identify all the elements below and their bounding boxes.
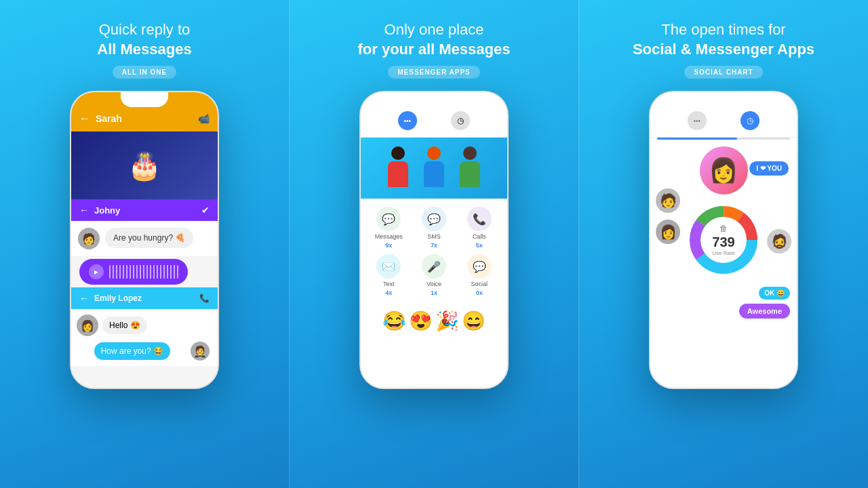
emoji-crying-laugh: 😂 xyxy=(382,310,406,332)
person-icon-1 xyxy=(383,146,414,190)
donut-center: 🗑 739 Use Rate xyxy=(712,224,734,256)
voice-icon: 🎤 xyxy=(422,254,446,279)
panel3-title: The open times for Social & Messenger Ap… xyxy=(633,20,814,59)
social-label: Social xyxy=(471,281,488,287)
sms-count: 7x xyxy=(431,242,437,249)
text-icon: ✉️ xyxy=(376,254,401,279)
panel-messenger-apps: Only one place for your all Messages MES… xyxy=(289,0,579,488)
app-sms[interactable]: 💬 SMS 7x xyxy=(414,207,454,249)
voice-bubble: ▶ xyxy=(79,259,188,285)
phone3-header: ••• ◷ xyxy=(650,92,797,138)
emily-hello-row: 👩 Hello 😍 xyxy=(77,314,212,336)
emily-self-avatar: 🤵 xyxy=(191,342,210,361)
app-calls[interactable]: 📞 Calls 5x xyxy=(459,207,499,249)
app-social[interactable]: 💬 Social 0x xyxy=(459,254,499,296)
emily-howare: How are you? 😂 xyxy=(94,342,170,360)
birthday-image xyxy=(71,131,218,199)
app-grid: 💬 Messages 9x 💬 SMS 7x 📞 Calls 5x ✉️ Tex… xyxy=(361,199,507,304)
calls-label: Calls xyxy=(473,233,486,240)
dots-icon-3[interactable]: ••• xyxy=(688,111,707,130)
messenger-banner xyxy=(361,138,507,199)
chat-header-sarah: ← Sarah 📹 xyxy=(71,92,218,131)
phone2-screen: ••• ◷ xyxy=(361,92,507,388)
trash-icon: 🗑 xyxy=(712,224,734,233)
main-avatar: 👩 xyxy=(698,145,749,196)
panel2-badge: MESSENGER APPS xyxy=(388,66,480,79)
check-icon: ✔ xyxy=(201,205,210,216)
emily-name: Emily Lopez xyxy=(94,293,194,303)
johny-message: Are you hungry? 🍕 xyxy=(105,228,193,248)
phone3-screen: ••• ◷ 👩 I ❤ YOU 🧑 👩 🧔 xyxy=(650,92,797,388)
panel-social-chart: The open times for Social & Messenger Ap… xyxy=(579,0,868,488)
text-count: 4x xyxy=(385,289,392,296)
ok-bubble: OK 😄 xyxy=(759,287,790,300)
panel2-title: Only one place for your all Messages xyxy=(358,20,511,59)
panel3-badge: SOCIAL CHART xyxy=(684,66,762,79)
emoji-party: 🎉 xyxy=(435,310,459,332)
emoji-row: 😂 😍 🎉 😄 xyxy=(361,304,507,338)
social-count: 0x xyxy=(476,289,483,296)
video-icon: 📹 xyxy=(198,113,210,124)
phone-mockup-3: ••• ◷ 👩 I ❤ YOU 🧑 👩 🧔 xyxy=(649,91,798,389)
text-label: Text xyxy=(383,281,395,287)
panel1-badge: ALL IN ONE xyxy=(113,66,176,79)
panel-quick-reply: Quick reply to All Messages ALL IN ONE ←… xyxy=(0,0,289,488)
chart-tab-icon[interactable]: ◷ xyxy=(451,111,470,130)
sms-icon: 💬 xyxy=(422,207,446,231)
dots-menu-icon[interactable]: ••• xyxy=(398,111,417,130)
emoji-heart-eyes: 😍 xyxy=(409,310,433,332)
sms-label: SMS xyxy=(427,233,441,240)
social-icon: 💬 xyxy=(467,254,492,279)
phone2-header: ••• ◷ xyxy=(361,92,507,138)
emoji-laugh2: 😄 xyxy=(462,310,486,332)
johny-avatar: 🧑 xyxy=(78,228,100,249)
app-text[interactable]: ✉️ Text 4x xyxy=(369,254,409,296)
emily-avatar: 👩 xyxy=(77,314,98,336)
phone1-screen: ← Sarah 📹 ← Johny ✔ 🧑 Are you hungry? 🍕 … xyxy=(71,92,218,388)
back-arrow-icon: ← xyxy=(79,113,90,125)
donut-section: 🗑 739 Use Rate xyxy=(650,196,797,284)
chart-icon-3[interactable]: ◷ xyxy=(741,111,760,130)
person-icon-3 xyxy=(455,146,486,190)
messages-icon: 💬 xyxy=(376,207,401,231)
calls-count: 5x xyxy=(476,242,483,249)
back-arrow-johny: ← xyxy=(79,205,89,216)
voice-label: Voice xyxy=(427,281,441,287)
phone-call-icon: 📞 xyxy=(199,293,210,303)
chat-bubbles-bottom: OK 😄 Awesome xyxy=(650,284,797,321)
emily-hello: Hello 😍 xyxy=(102,317,147,334)
phone-mockup-1: ← Sarah 📹 ← Johny ✔ 🧑 Are you hungry? 🍕 … xyxy=(70,91,219,389)
messages-count: 9x xyxy=(385,242,392,249)
johny-bubble-container: 🧑 Are you hungry? 🍕 xyxy=(71,221,218,256)
play-button[interactable]: ▶ xyxy=(89,264,104,279)
waveform xyxy=(109,265,178,279)
johny-quick-reply: ← Johny ✔ xyxy=(71,199,218,221)
use-rate-label: Use Rate xyxy=(712,250,734,256)
emily-howare-row: How are you? 😂 🤵 xyxy=(77,342,212,361)
use-rate-number: 739 xyxy=(712,235,734,250)
johny-name: Johny xyxy=(94,205,196,216)
emily-header: ← Emily Lopez 📞 xyxy=(71,287,218,309)
voice-count: 1x xyxy=(431,289,437,296)
calls-icon: 📞 xyxy=(467,207,492,231)
messages-label: Messages xyxy=(375,233,403,240)
panel1-title: Quick reply to All Messages xyxy=(97,20,191,59)
app-voice[interactable]: 🎤 Voice 1x xyxy=(414,254,454,296)
person-icon-2 xyxy=(419,146,450,190)
emily-chat: 👩 Hello 😍 How are you? 😂 🤵 xyxy=(71,309,218,366)
sarah-name: Sarah xyxy=(96,113,193,124)
phone-mockup-2: ••• ◷ xyxy=(359,91,509,389)
ily-bubble: I ❤ YOU xyxy=(749,161,789,176)
back-emily: ← xyxy=(79,293,89,304)
app-messages[interactable]: 💬 Messages 9x xyxy=(369,207,409,249)
awesome-bubble: Awesome xyxy=(739,304,790,319)
